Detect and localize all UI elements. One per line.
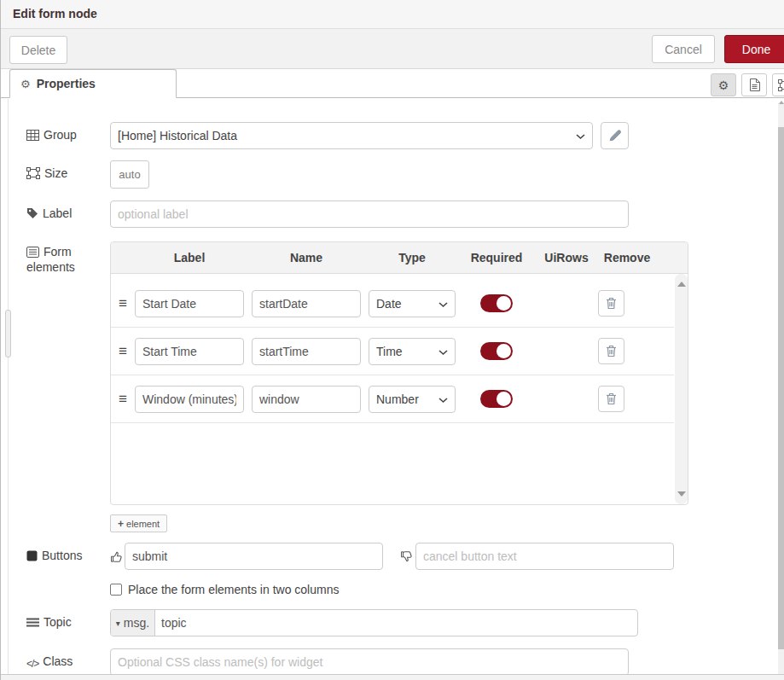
dialog-header: Edit form node: [1, 0, 784, 29]
drag-handle-icon[interactable]: ≡: [119, 343, 135, 360]
buttons-label: Buttons: [26, 548, 105, 563]
form-elements-list: ≡ Date ≡: [111, 274, 688, 504]
form-element-row: ≡ Time: [111, 328, 674, 375]
column-header-type: Type: [369, 251, 456, 264]
list-lines-icon: [26, 618, 39, 628]
form-elements-table: Label Name Type Required UiRows Remove ≡…: [110, 241, 688, 505]
element-label-input[interactable]: [135, 290, 244, 317]
chevron-down-icon: [576, 134, 585, 140]
trash-icon: [606, 297, 617, 310]
thumbs-up-icon: [110, 550, 123, 563]
main-scrollbar[interactable]: [778, 102, 784, 674]
cancel-button-text-input[interactable]: [415, 543, 674, 570]
tray-footer: [1, 674, 784, 680]
required-toggle[interactable]: [480, 342, 513, 360]
table-icon: [26, 130, 39, 141]
two-columns-option: Place the form elements in two columns: [110, 583, 339, 596]
tray-resize-handle[interactable]: [5, 310, 11, 357]
form-elements-header: Label Name Type Required UiRows Remove: [111, 242, 688, 274]
code-icon: </>: [26, 656, 38, 671]
dialog-body: Group [Home] Historical Data Size auto: [1, 99, 784, 674]
thumbs-down-icon: [400, 550, 413, 563]
scroll-down-icon[interactable]: [677, 491, 686, 497]
element-name-input[interactable]: [252, 290, 361, 317]
appearance-button[interactable]: [772, 73, 784, 96]
submit-button-text-input[interactable]: [125, 543, 383, 570]
trash-icon: [606, 392, 617, 405]
element-type-select[interactable]: Number: [369, 386, 456, 413]
column-header-uirows: UiRows: [537, 251, 595, 264]
chevron-down-icon: [438, 302, 448, 308]
label-input[interactable]: [110, 201, 629, 228]
properties-gear-button[interactable]: ⚙: [711, 73, 736, 96]
tray-left-border: [8, 99, 9, 674]
label-field-label: Label: [26, 206, 105, 221]
pencil-icon: [609, 130, 621, 142]
edit-form-node-dialog: Edit form node Delete Cancel Done ⚙ Prop…: [0, 0, 784, 680]
element-type-select[interactable]: Date: [369, 290, 456, 317]
cancel-button[interactable]: Cancel: [652, 35, 715, 63]
group-select-value: [Home] Historical Data: [118, 129, 237, 142]
dialog-toolbar: Delete Cancel Done: [1, 29, 784, 69]
edit-group-button[interactable]: [601, 122, 629, 149]
buttons-row: [110, 543, 674, 570]
group-select[interactable]: [Home] Historical Data: [110, 122, 593, 149]
element-type-select[interactable]: Time: [369, 338, 456, 365]
scroll-up-icon[interactable]: [779, 101, 784, 104]
topic-label: Topic: [26, 614, 105, 630]
caret-down-icon: ▾: [116, 619, 120, 628]
two-columns-checkbox[interactable]: [110, 584, 122, 596]
element-label-input[interactable]: [135, 386, 244, 413]
drag-handle-icon[interactable]: ≡: [119, 295, 135, 312]
class-input[interactable]: [110, 648, 629, 676]
delete-button[interactable]: Delete: [9, 36, 67, 64]
remove-element-button[interactable]: [598, 290, 624, 317]
scroll-up-icon[interactable]: [677, 282, 686, 287]
size-button[interactable]: auto: [110, 160, 149, 189]
topic-type-label: msg.: [124, 616, 149, 630]
gear-icon: ⚙: [20, 78, 31, 90]
chevron-down-icon: [438, 398, 448, 404]
column-header-name: Name: [252, 251, 361, 264]
topic-type-button[interactable]: ▾ msg.: [111, 610, 155, 636]
object-group-icon: [26, 167, 40, 179]
size-label: Size: [26, 166, 105, 181]
element-name-input[interactable]: [252, 386, 361, 413]
tab-bar: ⚙ Properties ⚙: [1, 69, 784, 98]
tag-icon: [26, 207, 38, 219]
element-label-input[interactable]: [135, 338, 244, 365]
column-header-remove: Remove: [595, 251, 659, 264]
form-element-row: ≡ Date: [111, 280, 674, 328]
document-icon: [749, 78, 760, 91]
group-row: [Home] Historical Data: [110, 122, 629, 149]
tab-properties-label: Properties: [37, 77, 96, 90]
remove-element-button[interactable]: [598, 338, 624, 364]
chevron-down-icon: [438, 350, 448, 356]
tab-properties[interactable]: ⚙ Properties: [9, 69, 177, 98]
drag-handle-icon[interactable]: ≡: [119, 391, 135, 408]
two-columns-label: Place the form elements in two columns: [128, 583, 339, 596]
list-scrollbar[interactable]: [675, 274, 688, 504]
column-header-label: Label: [135, 251, 244, 264]
group-label: Group: [26, 127, 105, 142]
add-element-button[interactable]: + element: [110, 514, 167, 532]
column-header-required: Required: [456, 251, 537, 264]
dialog-title: Edit form node: [13, 7, 97, 20]
topic-value: topic: [155, 616, 187, 630]
remove-element-button[interactable]: [598, 386, 624, 412]
required-toggle[interactable]: [480, 294, 513, 312]
object-group-icon: [778, 79, 784, 91]
tab-toolbar: ⚙: [711, 73, 784, 96]
main-scrollbar-thumb[interactable]: [778, 127, 784, 649]
gear-icon: ⚙: [718, 78, 729, 92]
done-button[interactable]: Done: [724, 35, 784, 63]
element-name-input[interactable]: [252, 338, 361, 365]
required-toggle[interactable]: [480, 390, 513, 408]
description-button[interactable]: [741, 73, 767, 96]
class-label: </>Class: [26, 654, 105, 671]
topic-typed-input[interactable]: ▾ msg. topic: [110, 609, 638, 636]
form-elements-label: Form elements: [26, 244, 105, 275]
trash-icon: [606, 345, 617, 357]
plus-icon: +: [118, 518, 124, 530]
square-icon: [26, 550, 38, 561]
